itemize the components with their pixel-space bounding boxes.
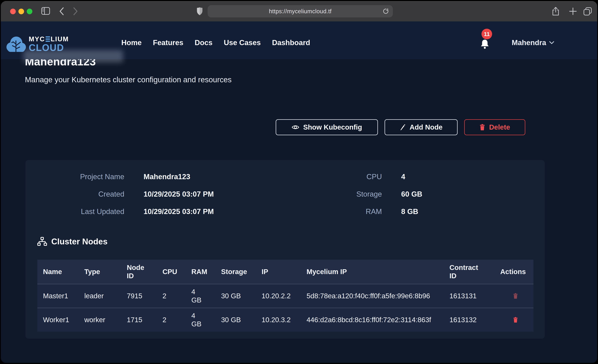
user-name: Mahendra bbox=[512, 39, 546, 47]
cell-contract-id: 1613132 bbox=[444, 308, 495, 332]
cell-name: Worker1 bbox=[37, 308, 79, 332]
table-row-worker1: Worker1 worker 1715 2 4 GB 30 GB 10.20.3… bbox=[37, 308, 533, 332]
user-menu[interactable]: Mahendra bbox=[512, 39, 554, 47]
notification-count-badge: 11 bbox=[482, 29, 492, 39]
close-window-button[interactable] bbox=[10, 9, 16, 14]
info-value-cpu: 4 bbox=[401, 172, 545, 181]
chevron-down-icon bbox=[549, 41, 554, 44]
col-ip: IP bbox=[256, 260, 301, 284]
eye-icon bbox=[292, 124, 299, 130]
new-tab-icon[interactable] bbox=[569, 8, 577, 15]
cell-ram: 4 GB bbox=[186, 284, 216, 308]
nav-link-features[interactable]: Features bbox=[153, 39, 183, 47]
delete-cluster-button[interactable]: Delete bbox=[464, 119, 525, 135]
brand-line1: MYCLIUM bbox=[29, 36, 69, 42]
cluster-details-card: Project Name Mahendra123 CPU 4 Created 1… bbox=[25, 160, 545, 339]
forward-icon[interactable] bbox=[73, 7, 78, 16]
cluster-info-grid: Project Name Mahendra123 CPU 4 Created 1… bbox=[25, 172, 545, 216]
show-kubeconfig-button[interactable]: Show Kubeconfig bbox=[276, 119, 378, 135]
add-node-button[interactable]: Add Node bbox=[385, 119, 457, 135]
cell-type: worker bbox=[79, 308, 121, 332]
minimize-window-button[interactable] bbox=[18, 9, 24, 14]
cell-mycelium-ip: 446:d2a6:8bcd:8c16:ff0f:72e2:3114:863f bbox=[301, 308, 444, 332]
col-ram: RAM bbox=[186, 260, 216, 284]
nav-link-docs[interactable]: Docs bbox=[195, 39, 213, 47]
info-value-storage: 60 GB bbox=[401, 190, 545, 199]
back-icon[interactable] bbox=[59, 7, 64, 16]
info-label-cpu: CPU bbox=[329, 172, 382, 181]
browser-window: https://myceliumcloud.tf bbox=[1, 1, 597, 363]
info-label-ram: RAM bbox=[329, 207, 382, 216]
show-kubeconfig-label: Show Kubeconfig bbox=[303, 123, 362, 131]
nodes-table-header: Name Type Node ID CPU RAM Storage IP Myc… bbox=[37, 260, 533, 284]
info-value-project-name: Mahendra123 bbox=[144, 172, 309, 181]
nodes-table: Name Type Node ID CPU RAM Storage IP Myc… bbox=[37, 260, 533, 332]
table-row-master1: Master1 leader 7915 2 4 GB 30 GB 10.20.2… bbox=[37, 284, 533, 308]
cell-cpu: 2 bbox=[157, 284, 186, 308]
col-type: Type bbox=[79, 260, 121, 284]
tab-overview-icon[interactable] bbox=[583, 7, 592, 16]
delete-node-icon[interactable] bbox=[513, 317, 518, 323]
brand-e-glyph bbox=[46, 36, 50, 42]
info-label-last-updated: Last Updated bbox=[25, 207, 124, 216]
url-text: https://myceliumcloud.tf bbox=[269, 8, 332, 15]
reload-icon[interactable] bbox=[382, 8, 389, 15]
info-value-last-updated: 10/29/2025 03:07 PM bbox=[144, 207, 309, 216]
cell-contract-id: 1613131 bbox=[444, 284, 495, 308]
cell-cpu: 2 bbox=[157, 308, 186, 332]
bell-icon bbox=[480, 39, 490, 49]
notifications-button[interactable]: 11 bbox=[479, 29, 500, 55]
nav-links: Home Features Docs Use Cases Dashboard bbox=[121, 39, 310, 47]
cell-name: Master1 bbox=[37, 284, 79, 308]
delete-node-icon-disabled[interactable] bbox=[513, 293, 518, 299]
info-label-storage: Storage bbox=[329, 190, 382, 199]
col-actions: Actions bbox=[495, 260, 533, 284]
info-label-created: Created bbox=[25, 190, 124, 199]
cell-storage: 30 GB bbox=[216, 308, 256, 332]
cluster-nodes-title: Cluster Nodes bbox=[51, 237, 108, 246]
info-label-project-name: Project Name bbox=[25, 172, 124, 181]
redaction-blur bbox=[23, 50, 123, 63]
col-name: Name bbox=[37, 260, 79, 284]
cell-node-id: 7915 bbox=[121, 284, 157, 308]
nav-link-use-cases[interactable]: Use Cases bbox=[224, 39, 261, 47]
cluster-nodes-header: Cluster Nodes bbox=[37, 237, 108, 246]
info-value-ram: 8 GB bbox=[401, 207, 545, 216]
cell-ip: 10.20.3.2 bbox=[256, 308, 301, 332]
col-contract-id: Contract ID bbox=[444, 260, 495, 284]
cell-mycelium-ip: 5d8:78ea:a120:f40c:ff0f:a5fe:99e6:8b96 bbox=[301, 284, 444, 308]
cell-actions bbox=[495, 308, 533, 332]
privacy-shield-icon[interactable] bbox=[196, 7, 203, 16]
cell-ip: 10.20.2.2 bbox=[256, 284, 301, 308]
page-subtitle: Manage your Kubernetes cluster configura… bbox=[25, 75, 232, 84]
cell-storage: 30 GB bbox=[216, 284, 256, 308]
cell-node-id: 1715 bbox=[121, 308, 157, 332]
cell-actions bbox=[495, 284, 533, 308]
col-mycelium-ip: Mycelium IP bbox=[301, 260, 444, 284]
sitemap-icon bbox=[37, 237, 47, 246]
col-cpu: CPU bbox=[157, 260, 186, 284]
col-node-id: Node ID bbox=[121, 260, 157, 284]
pencil-icon bbox=[400, 124, 406, 130]
address-bar[interactable]: https://myceliumcloud.tf bbox=[208, 5, 393, 17]
nav-link-dashboard[interactable]: Dashboard bbox=[272, 39, 310, 47]
delete-label: Delete bbox=[489, 123, 510, 131]
nav-link-home[interactable]: Home bbox=[121, 39, 141, 47]
zoom-window-button[interactable] bbox=[27, 9, 32, 14]
col-storage: Storage bbox=[216, 260, 256, 284]
sidebar-toggle-icon[interactable] bbox=[41, 7, 50, 15]
info-value-created: 10/29/2025 03:07 PM bbox=[144, 190, 309, 199]
trash-icon bbox=[480, 124, 485, 131]
add-node-label: Add Node bbox=[410, 123, 442, 131]
cell-type: leader bbox=[79, 284, 121, 308]
cell-ram: 4 GB bbox=[186, 308, 216, 332]
browser-chrome: https://myceliumcloud.tf bbox=[1, 1, 597, 21]
share-icon[interactable] bbox=[552, 7, 559, 16]
